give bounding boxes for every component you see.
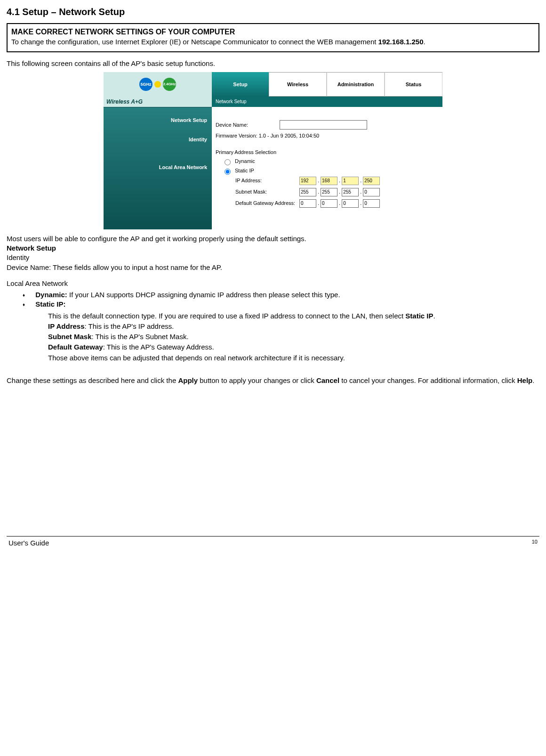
subnet-mask-desc: Subnet Mask: This is the AP's Subnet Mas… [48, 332, 539, 341]
tab-wireless[interactable]: Wireless [269, 72, 327, 97]
page-footer: User's Guide 10 [7, 538, 539, 548]
gateway-label: Default Gateway Address: [235, 200, 297, 207]
notice-title: MAKE CORRECT NETWORK SETTINGS OF YOUR CO… [11, 28, 235, 36]
ip-octet-1[interactable] [299, 177, 316, 185]
left-label-network-setup: Network Setup [104, 112, 212, 124]
mask-octet-1[interactable] [299, 188, 316, 196]
closing-paragraph: Change these settings as described here … [7, 376, 539, 385]
mask-octet-3[interactable] [342, 188, 359, 196]
gw-octet-4[interactable] [363, 199, 380, 208]
badge-24ghz: 2.4GHz [163, 78, 176, 91]
subnet-mask-label: Subnet Mask: [235, 188, 297, 195]
notice-box: MAKE CORRECT NETWORK SETTINGS OF YOUR CO… [7, 23, 539, 52]
device-name-input[interactable] [280, 120, 367, 130]
firmware-version: Firmware Version: 1.0 - Jun 9 2005, 10:0… [216, 132, 439, 139]
ip-address-label: IP Address: [235, 177, 297, 184]
bullet-dynamic: Dynamic: If your LAN supports DHCP assig… [23, 290, 539, 300]
default-gateway-desc: Default Gateway: This is the AP's Gatewa… [48, 342, 539, 352]
lan-bullet-list: Dynamic: If your LAN supports DHCP assig… [23, 290, 539, 309]
left-label-lan: Local Area Network [104, 159, 212, 171]
left-label-identity: Identity [104, 131, 212, 143]
ip-octet-4[interactable] [363, 177, 380, 185]
lan-title: Local Area Network [7, 279, 539, 288]
footer-page-number: 10 [532, 538, 538, 548]
footer-guide: User's Guide [8, 538, 49, 548]
gw-octet-3[interactable] [342, 199, 359, 208]
mask-octet-2[interactable] [321, 188, 337, 196]
radio-static[interactable] [225, 169, 231, 175]
intro-text: This following screen contains all of th… [7, 59, 539, 68]
tab-administration[interactable]: Administration [327, 72, 385, 97]
adjust-note: Those above items can be adjusted that d… [48, 353, 539, 363]
badge-5ghz: 5GHz [139, 78, 153, 91]
static-desc: This is the default connection type. If … [48, 311, 539, 321]
footer-rule [7, 536, 539, 537]
ip-address-desc: IP Address: This is the AP's IP address. [48, 322, 539, 331]
section-heading: 4.1 Setup – Network Setup [7, 6, 539, 18]
identity-title: Identity [7, 253, 539, 262]
device-name-label: Device Name: [216, 122, 277, 129]
logo-area: 5GHz 2.4GHz [104, 72, 212, 97]
subnav-network-setup[interactable]: Network Setup [212, 97, 442, 107]
radio-static-label: Static IP [235, 167, 254, 174]
notice-body: To change the configuration, use Interne… [11, 38, 426, 46]
mask-octet-4[interactable] [363, 188, 380, 196]
radio-dynamic[interactable] [225, 159, 231, 165]
radio-dynamic-label: Dynamic [235, 158, 255, 165]
logo-center-icon [154, 81, 161, 88]
brand-label: Wireless A+G [104, 97, 212, 107]
gw-octet-1[interactable] [299, 199, 316, 208]
tab-status[interactable]: Status [385, 72, 442, 97]
gw-octet-2[interactable] [321, 199, 337, 208]
tabbar: Setup Wireless Administration Status [212, 72, 442, 97]
bullet-static: Static IP: [23, 300, 539, 309]
primary-address-selection-label: Primary Address Selection [216, 149, 439, 156]
screenshot-network-setup: 5GHz 2.4GHz Wireless A+G Network Setup I… [104, 72, 442, 229]
tab-setup[interactable]: Setup [212, 72, 269, 97]
ip-octet-3[interactable] [342, 177, 359, 185]
network-setup-title: Network Setup [7, 244, 539, 253]
para-most-users: Most users will be able to configure the… [7, 234, 539, 244]
ip-octet-2[interactable] [321, 177, 337, 185]
device-name-desc: Device Name: These fields allow you to i… [7, 263, 539, 272]
